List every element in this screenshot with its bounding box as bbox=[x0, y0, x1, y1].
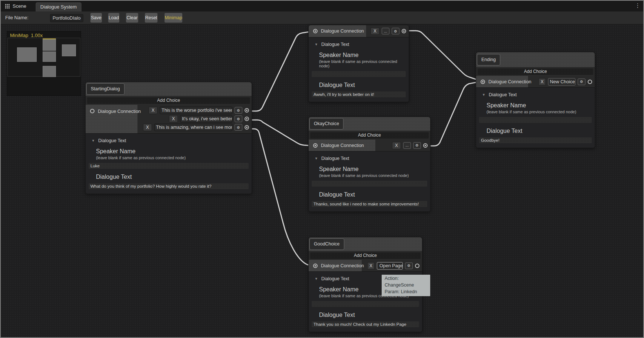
dialogue-text-input[interactable]: Goodbye! bbox=[479, 137, 592, 143]
minimap-toggle-button[interactable]: Minimap bbox=[165, 13, 182, 23]
reset-button[interactable]: Reset bbox=[145, 13, 157, 23]
gear-button[interactable]: ⚙ bbox=[578, 78, 585, 85]
delete-choice-button[interactable]: X bbox=[538, 78, 546, 86]
output-port[interactable] bbox=[415, 264, 419, 268]
edge-bad-to-ending[interactable] bbox=[406, 31, 481, 81]
edge-start-to-bad[interactable] bbox=[246, 31, 314, 111]
choice-row: X It's okay, i've seen better ⚙ bbox=[169, 115, 249, 123]
node-title-field[interactable]: OkayChoice bbox=[309, 118, 343, 130]
output-port[interactable] bbox=[402, 29, 406, 33]
dialogue-text-header: Dialogue Text bbox=[319, 82, 406, 88]
speaker-name-header: Speaker Name bbox=[487, 102, 592, 109]
gear-button[interactable]: ⚙ bbox=[413, 142, 421, 149]
output-port[interactable] bbox=[588, 80, 592, 84]
dialogue-text-foldout[interactable]: ▼ Dialogue Text bbox=[312, 156, 427, 161]
speaker-name-input[interactable]: Luke bbox=[89, 163, 249, 169]
speaker-name-input[interactable] bbox=[312, 71, 406, 77]
dialogue-text-foldout[interactable]: ▼ Dialogue Text bbox=[89, 138, 249, 143]
tab-dialogue-system[interactable]: Dialogue System bbox=[36, 2, 82, 11]
add-choice-button[interactable]: Add Choice bbox=[310, 252, 421, 259]
foldout-arrow-icon: ▼ bbox=[315, 43, 318, 46]
foldout-label: Dialogue Text bbox=[321, 156, 349, 161]
grid-icon bbox=[5, 4, 10, 9]
choice-text-field[interactable]: This is the worse portfolio i've seen bbox=[160, 107, 232, 114]
gear-button[interactable]: ⚙ bbox=[235, 124, 242, 131]
input-port[interactable] bbox=[313, 29, 318, 33]
minimap-title: MiniMap 1.00x bbox=[10, 33, 43, 38]
node-title-field[interactable]: Ending bbox=[477, 54, 500, 66]
delete-choice-button[interactable]: X bbox=[371, 27, 379, 35]
delete-choice-button[interactable]: X bbox=[367, 262, 375, 270]
input-port[interactable] bbox=[481, 80, 485, 84]
dialogue-toolbar: File Name: Save Load Clear Reset Minimap bbox=[1, 11, 643, 24]
tab-scene[interactable]: Scene bbox=[5, 1, 26, 11]
node-title-field[interactable]: StartingDialog bbox=[86, 83, 125, 95]
node-title-bar: GoodChoice bbox=[309, 237, 422, 251]
choice-text-collapsed-button[interactable]: ... bbox=[382, 28, 389, 34]
dialogue-text-foldout[interactable]: ▼ Dialogue Text bbox=[312, 42, 406, 47]
gear-button[interactable]: ⚙ bbox=[235, 107, 242, 114]
input-port-section: Dialogue Connection bbox=[309, 140, 375, 151]
delete-choice-button[interactable]: X bbox=[392, 142, 401, 149]
delete-choice-button[interactable]: X bbox=[149, 107, 157, 114]
dialogue-text-input[interactable]: Thanks, sound like i need to make some i… bbox=[312, 201, 427, 207]
dialogue-text-input[interactable]: Thank you so much! Check out my Linkedn … bbox=[312, 321, 419, 327]
connection-label: Dialogue Connection bbox=[98, 109, 141, 114]
add-choice-button[interactable]: Add Choice bbox=[310, 132, 429, 138]
choice-text-field-focused[interactable]: Open Page bbox=[377, 262, 403, 270]
foldout-label: Dialogue Text bbox=[321, 276, 349, 281]
load-button[interactable]: Load bbox=[108, 13, 119, 23]
dialogue-text-header: Dialogue Text bbox=[319, 191, 427, 198]
action-tooltip: Action: ChangeScene Param: Linkedn bbox=[382, 275, 430, 296]
connection-label: Dialogue Connection bbox=[321, 263, 364, 268]
node-ending[interactable]: Ending Add Choice Dialogue Connection X … bbox=[476, 52, 595, 148]
minimap-zoom-level: 1.00x bbox=[31, 33, 43, 38]
delete-choice-button[interactable]: X bbox=[169, 115, 178, 123]
clear-button[interactable]: Clear bbox=[126, 13, 138, 23]
gear-button[interactable]: ⚙ bbox=[235, 116, 242, 122]
choice-text-field[interactable]: It's okay, i've seen better bbox=[180, 115, 232, 123]
foldout-label: Dialogue Text bbox=[321, 42, 349, 47]
graph-canvas[interactable]: MiniMap 1.00x StartingDialog Add Choice … bbox=[1, 24, 643, 338]
add-choice-button[interactable]: Add Choice bbox=[87, 97, 250, 104]
output-port[interactable] bbox=[245, 125, 249, 130]
choice-row: X This is the worse portfolio i've seen … bbox=[149, 107, 249, 114]
output-port[interactable] bbox=[245, 108, 249, 113]
node-title-field[interactable]: GoodChoice bbox=[309, 238, 344, 250]
input-port[interactable] bbox=[90, 109, 94, 113]
node-extension: ▼ Dialogue Text Speaker Name (leave blan… bbox=[476, 87, 595, 148]
scene-tab-label: Scene bbox=[13, 3, 26, 9]
dialogue-text-foldout[interactable]: ▼ Dialogue Text bbox=[479, 92, 592, 97]
edge-okay-to-ending[interactable] bbox=[426, 81, 481, 146]
edge-start-to-okay[interactable] bbox=[246, 120, 314, 146]
input-port[interactable] bbox=[313, 143, 318, 148]
minimap-panel[interactable]: MiniMap 1.00x bbox=[7, 31, 81, 96]
output-port[interactable] bbox=[423, 143, 428, 148]
editor-tab-bar: Scene Dialogue System ⋮ bbox=[1, 1, 643, 11]
speaker-name-input[interactable] bbox=[479, 117, 592, 123]
node-bad-response[interactable]: Dialogue Connection X ... ⚙ ▼ Dialogue T… bbox=[308, 25, 409, 102]
add-choice-button[interactable]: Add Choice bbox=[478, 68, 593, 75]
overflow-menu-icon[interactable]: ⋮ bbox=[634, 2, 641, 9]
foldout-arrow-icon: ▼ bbox=[315, 277, 318, 281]
choice-text-field[interactable]: New Choice bbox=[548, 78, 575, 86]
choice-text-collapsed-button[interactable]: ... bbox=[403, 142, 411, 149]
speaker-name-input[interactable] bbox=[312, 181, 427, 187]
gear-button[interactable]: ⚙ bbox=[392, 28, 399, 34]
output-port[interactable] bbox=[245, 117, 249, 121]
dialogue-text-input[interactable]: Awwh, i'll try to work better on it! bbox=[312, 91, 406, 97]
choice-text-field[interactable]: This is amazing, where can i see more! bbox=[154, 124, 232, 131]
gear-button[interactable]: ⚙ bbox=[405, 262, 413, 269]
edge-start-to-good[interactable] bbox=[246, 129, 314, 266]
delete-choice-button[interactable]: X bbox=[143, 124, 152, 131]
node-okaychoice[interactable]: OkayChoice Add Choice Dialogue Connectio… bbox=[308, 117, 431, 212]
dialogue-text-input[interactable]: What do you think of my portfolio? How h… bbox=[89, 183, 249, 189]
save-button[interactable]: Save bbox=[90, 13, 102, 23]
input-port[interactable] bbox=[313, 264, 318, 268]
tooltip-action-line: Action: ChangeScene bbox=[385, 275, 427, 288]
node-startingdialog[interactable]: StartingDialog Add Choice Dialogue Conne… bbox=[85, 82, 252, 194]
speaker-name-input[interactable] bbox=[312, 301, 419, 307]
node-extension: ▼ Dialogue Text Speaker Name (leave blan… bbox=[309, 151, 430, 211]
file-name-input[interactable] bbox=[50, 14, 83, 22]
minimap-node-rect-selected bbox=[43, 39, 56, 51]
